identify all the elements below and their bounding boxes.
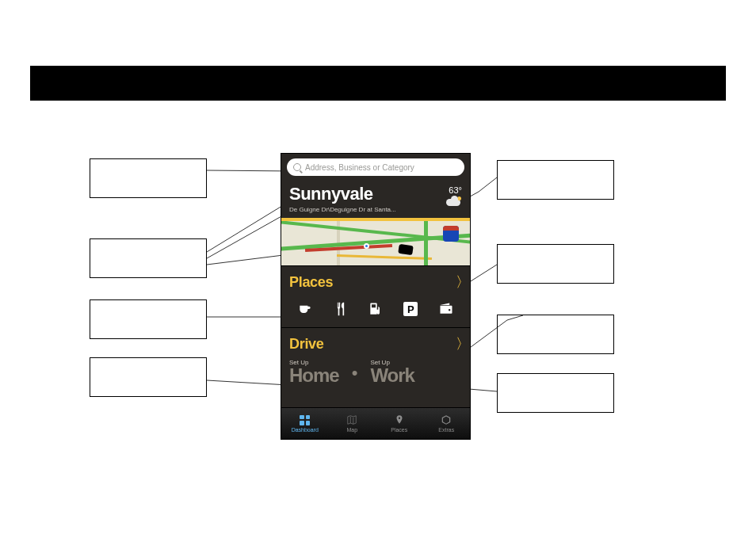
tab-dashboard[interactable]: Dashboard xyxy=(281,408,329,439)
wallet-icon[interactable] xyxy=(437,300,456,318)
tab-label: Map xyxy=(346,427,357,433)
svg-line-8 xyxy=(479,177,497,192)
tab-map[interactable]: Map xyxy=(329,408,376,439)
separator-dot-icon: • xyxy=(352,363,358,385)
cube-icon xyxy=(440,414,452,425)
callout-box-left-1 xyxy=(90,158,207,198)
search-icon xyxy=(293,163,301,171)
location-header[interactable]: Sunnyvale De Guigne Dr\Deguigne Dr at Sa… xyxy=(281,181,470,218)
header-black-band xyxy=(30,66,726,101)
work-label: Work xyxy=(370,366,414,385)
drive-section-header[interactable]: Drive 〉 xyxy=(281,327,470,359)
current-location-dot-icon xyxy=(364,243,369,249)
callout-box-right-1 xyxy=(497,160,614,200)
highway-shield-icon xyxy=(443,226,459,242)
tab-places[interactable]: Places xyxy=(376,408,423,439)
traffic-camera-icon xyxy=(398,244,413,255)
svg-line-5 xyxy=(207,380,261,383)
food-icon[interactable] xyxy=(331,300,350,318)
weather-icon xyxy=(445,196,462,207)
search-bar[interactable]: Address, Business or Category xyxy=(287,158,464,176)
tab-label: Dashboard xyxy=(292,427,319,433)
dashboard-icon xyxy=(299,414,311,425)
tab-label: Extras xyxy=(438,427,454,433)
callout-box-right-2 xyxy=(497,244,614,284)
gas-icon[interactable] xyxy=(366,300,385,318)
places-icon-row: P xyxy=(281,297,470,327)
places-pin-icon xyxy=(393,414,406,425)
city-name: Sunnyvale xyxy=(289,184,462,204)
callout-box-right-3 xyxy=(497,315,614,354)
places-label: Places xyxy=(289,274,333,290)
coffee-icon[interactable] xyxy=(296,300,315,318)
bottom-tab-bar: Dashboard Map Places Extras xyxy=(281,407,470,439)
tab-extras[interactable]: Extras xyxy=(423,408,471,439)
weather-widget[interactable]: 63° xyxy=(445,185,462,210)
callout-box-right-4 xyxy=(497,373,614,413)
search-placeholder: Address, Business or Category xyxy=(305,163,414,172)
callout-box-left-3 xyxy=(90,299,207,339)
home-label: Home xyxy=(289,366,339,385)
map-icon xyxy=(346,414,358,425)
traffic-map[interactable] xyxy=(281,221,470,265)
drive-work-button[interactable]: Set Up Work xyxy=(370,359,414,385)
drive-label: Drive xyxy=(289,336,324,352)
svg-line-2 xyxy=(207,212,288,258)
phone-screen: Address, Business or Category Sunnyvale … xyxy=(281,153,471,440)
places-section-header[interactable]: Places 〉 xyxy=(281,265,470,297)
drive-home-button[interactable]: Set Up Home xyxy=(289,359,339,385)
tab-label: Places xyxy=(391,427,407,433)
city-subaddress: De Guigne Dr\Deguigne Dr at Santa... xyxy=(289,206,416,213)
drive-shortcuts: Set Up Home • Set Up Work xyxy=(281,359,470,393)
callout-box-left-4 xyxy=(90,357,207,397)
weather-temp: 63° xyxy=(445,185,462,195)
svg-line-1 xyxy=(207,202,288,252)
chevron-right-icon: 〉 xyxy=(456,276,462,288)
callout-box-left-2 xyxy=(90,238,207,278)
parking-icon[interactable]: P xyxy=(401,300,420,318)
chevron-right-icon: 〉 xyxy=(456,338,462,350)
